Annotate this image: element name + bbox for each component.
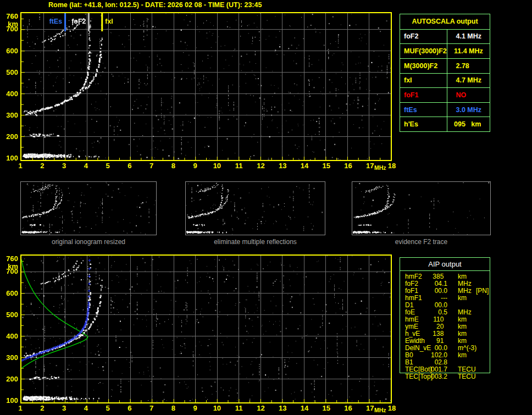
x-tick-label: 4 bbox=[77, 162, 94, 169]
thumbnail-original-ionogram bbox=[20, 181, 157, 235]
autoscala-row-value: 2.78 bbox=[447, 58, 490, 73]
autoscala-row-value: 4.1 MHz bbox=[447, 29, 490, 44]
y-tick-label: 300 bbox=[0, 354, 18, 362]
y-tick-label: 760 bbox=[0, 13, 18, 20]
autoscala-row-label: ftEs bbox=[400, 102, 447, 117]
autoscala-app-window: { "title": "Rome (lat: +41.8, lon: 012.5… bbox=[0, 0, 532, 415]
x-tick-label: 11 bbox=[231, 162, 247, 169]
y-tick-label: 760 bbox=[0, 255, 18, 263]
x-tick-label: 6 bbox=[121, 162, 138, 169]
y-tick-label: 600 bbox=[0, 47, 18, 55]
thumbnail-eliminate-reflections bbox=[185, 181, 325, 235]
aip-row: TEC[Top]003.2TECU bbox=[400, 373, 490, 380]
aip-row-unit: TECU bbox=[458, 373, 476, 380]
ionogram-canvas bbox=[21, 13, 391, 160]
y-tick-label: 300 bbox=[0, 112, 18, 119]
autoscala-row-value: 11.4 MHz bbox=[447, 43, 490, 58]
x-tick-label: 10 bbox=[209, 162, 225, 169]
x-tick-label: 3 bbox=[56, 162, 73, 169]
thumbnail-caption: evidence F2 trace bbox=[352, 238, 491, 246]
profile-chart bbox=[20, 254, 392, 403]
x-tick-label: 2 bbox=[34, 162, 51, 169]
x-tick-label: 9 bbox=[187, 405, 203, 412]
x-tick-label: 16 bbox=[340, 405, 356, 412]
y-tick-label: 600 bbox=[0, 290, 18, 297]
marker-label-ftEs: ftEs bbox=[38, 18, 62, 25]
aip-row-unit: km bbox=[458, 352, 467, 359]
station-date-title: Rome (lat: +41.8, lon: 012.5) - DATE: 20… bbox=[48, 1, 262, 9]
x-tick-label: 12 bbox=[252, 405, 269, 412]
autoscala-row-value: NO bbox=[447, 87, 490, 102]
aip-table: hmF2385 kmfoF204.1MHzfoF100.0MHz[PN]hmF1… bbox=[400, 273, 490, 380]
thumbnail-eliminate-canvas bbox=[186, 182, 325, 235]
autoscala-row-label: foF1 bbox=[400, 87, 447, 102]
y-axis-unit-label: km bbox=[0, 20, 18, 28]
autoscala-row-label: h'Es bbox=[400, 117, 447, 131]
x-tick-label: 14 bbox=[296, 405, 313, 412]
x-tick-label: 13 bbox=[274, 162, 291, 169]
y-tick-label: 100 bbox=[0, 154, 18, 162]
marker-label-foF2: foF2 bbox=[63, 18, 86, 25]
x-tick-label: 9 bbox=[187, 162, 203, 169]
x-tick-label: 10 bbox=[209, 405, 225, 412]
thumbnail-caption: original ionogram resized bbox=[20, 238, 157, 246]
x-tick-label: 8 bbox=[165, 162, 181, 169]
thumbnail-original-canvas bbox=[21, 182, 156, 235]
y-tick-label: 400 bbox=[0, 90, 18, 98]
y-tick-label: 200 bbox=[0, 133, 18, 141]
x-tick-label: 13 bbox=[274, 405, 291, 412]
x-tick-label: 6 bbox=[121, 405, 138, 412]
y-tick-label: 500 bbox=[0, 69, 18, 76]
x-tick-label: 4 bbox=[77, 405, 94, 412]
x-tick-label: 15 bbox=[318, 405, 335, 412]
autoscala-row-label: M(3000)F2 bbox=[400, 58, 447, 73]
x-axis-unit-label: MHz bbox=[374, 164, 386, 171]
profile-canvas bbox=[21, 256, 391, 402]
aip-row-unit: km bbox=[458, 295, 467, 302]
x-tick-label: 5 bbox=[99, 162, 116, 169]
x-tick-label: 15 bbox=[318, 162, 335, 169]
y-tick-label: 100 bbox=[0, 397, 18, 405]
autoscala-row-label: MUF(3000)F2 bbox=[400, 43, 447, 58]
x-tick-label: 3 bbox=[56, 405, 73, 412]
y-tick-label: 400 bbox=[0, 333, 18, 340]
ionogram-chart bbox=[20, 12, 392, 161]
y-tick-label: 500 bbox=[0, 311, 18, 319]
aip-row-note: [PN] bbox=[476, 287, 489, 295]
thumbnail-evidence-canvas bbox=[352, 182, 490, 235]
autoscala-row-value: 4.7 MHz bbox=[447, 73, 490, 88]
autoscala-row-value: 3.0 MHz bbox=[447, 102, 490, 117]
x-tick-label: 14 bbox=[296, 162, 313, 169]
x-tick-label: 11 bbox=[231, 405, 247, 412]
y-tick-label: 200 bbox=[0, 375, 18, 383]
thumbnail-evidence-f2 bbox=[352, 181, 491, 235]
x-tick-label: 7 bbox=[143, 405, 160, 412]
x-tick-label: 8 bbox=[165, 405, 181, 412]
x-tick-label: 1 bbox=[12, 405, 29, 412]
x-tick-label: 5 bbox=[99, 405, 116, 412]
aip-row-value: 003.2 bbox=[416, 373, 447, 380]
autoscala-table-header: AUTOSCALA output bbox=[400, 14, 490, 29]
x-tick-label: 2 bbox=[34, 405, 51, 412]
autoscala-row-label: fxI bbox=[400, 73, 447, 88]
x-axis-unit-label: MHz bbox=[374, 407, 386, 413]
aip-table-header: AIP output bbox=[400, 257, 490, 271]
y-axis-unit-label: km bbox=[0, 263, 18, 270]
x-tick-label: 7 bbox=[143, 162, 160, 169]
x-tick-label: 12 bbox=[252, 162, 269, 169]
autoscala-row-label: foF2 bbox=[400, 29, 447, 44]
autoscala-row-value: 095 km bbox=[447, 117, 490, 131]
thumbnail-caption: eliminate multiple reflections bbox=[185, 238, 325, 246]
autoscala-table: AUTOSCALA output foF2 4.1 MHzMUF(3000)F2… bbox=[400, 14, 490, 132]
marker-label-fxI: fxI bbox=[105, 18, 113, 25]
x-tick-label: 1 bbox=[12, 162, 29, 169]
x-tick-label: 16 bbox=[340, 162, 356, 169]
